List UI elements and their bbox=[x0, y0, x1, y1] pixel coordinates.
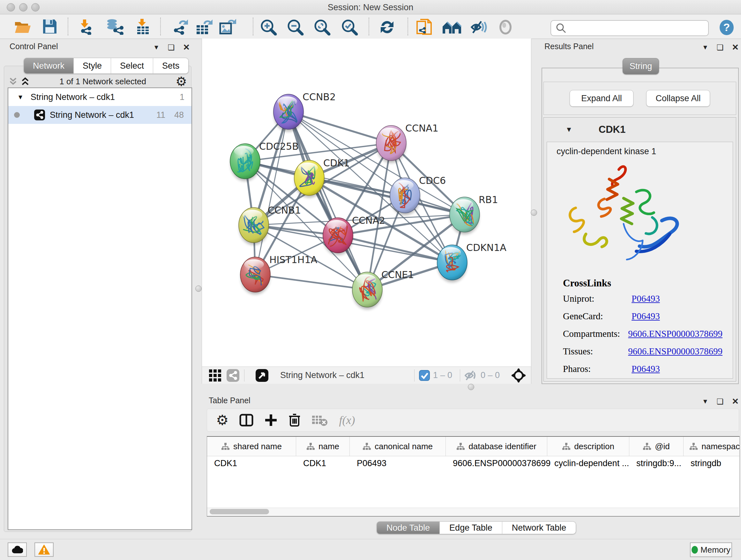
delete-column-trash-icon[interactable] bbox=[288, 413, 300, 427]
export-network-icon[interactable] bbox=[172, 19, 190, 35]
column-header-description[interactable]: description bbox=[547, 437, 629, 456]
cloud-button[interactable] bbox=[8, 543, 27, 557]
tab-network-table[interactable]: Network Table bbox=[502, 521, 576, 534]
tab-network[interactable]: Network bbox=[23, 58, 74, 74]
crosslink-link[interactable]: 9606.ENSP00000378699 bbox=[628, 328, 723, 339]
panel-float-icon[interactable]: ❏ bbox=[168, 43, 175, 52]
crosslink-link[interactable]: P06493 bbox=[631, 294, 660, 304]
tree-expand-icon[interactable]: ▼ bbox=[17, 94, 23, 101]
panel-close-icon[interactable]: ✕ bbox=[732, 43, 739, 52]
save-session-icon[interactable] bbox=[43, 19, 57, 34]
column-header-id[interactable]: @id bbox=[629, 437, 684, 456]
left-splitter-handle[interactable] bbox=[195, 286, 202, 292]
refresh-icon[interactable] bbox=[378, 19, 396, 36]
selected-checkbox-icon[interactable] bbox=[419, 370, 430, 381]
import-table-icon[interactable] bbox=[135, 19, 151, 35]
zoom-selected-icon[interactable] bbox=[341, 19, 358, 36]
open-session-icon[interactable] bbox=[14, 19, 31, 34]
table-cell[interactable]: stringdb:9... bbox=[629, 456, 684, 470]
zoom-in-icon[interactable] bbox=[260, 19, 277, 36]
tab-node-table[interactable]: Node Table bbox=[377, 521, 440, 534]
show-columns-icon[interactable] bbox=[239, 413, 253, 427]
show-eye-icon[interactable] bbox=[497, 19, 514, 36]
tab-string[interactable]: String bbox=[623, 58, 659, 74]
table-cell[interactable]: 9606.ENSP00000378699 bbox=[446, 456, 547, 470]
network-node-RB1[interactable]: RB1 bbox=[450, 194, 498, 234]
zoom-out-icon[interactable] bbox=[287, 19, 304, 36]
network-node-CCNA1[interactable]: CCNA1 bbox=[376, 123, 439, 163]
expand-all-button[interactable]: Expand All bbox=[569, 90, 633, 107]
network-edge-CCNA2-CDKN1A[interactable] bbox=[338, 235, 452, 262]
search-field[interactable] bbox=[550, 20, 709, 36]
grid-view-icon[interactable] bbox=[208, 369, 222, 382]
panel-collapse-icon[interactable]: ▼ bbox=[702, 398, 709, 405]
panel-close-icon[interactable]: ✕ bbox=[183, 43, 190, 52]
tab-edge-table[interactable]: Edge Table bbox=[440, 521, 502, 534]
crosslink-link[interactable]: P06493 bbox=[631, 364, 660, 374]
table-horizontal-scrollbar[interactable] bbox=[207, 508, 739, 515]
memory-button[interactable]: Memory bbox=[690, 543, 732, 557]
scrollbar-thumb[interactable] bbox=[210, 509, 269, 514]
birdseye-crosshair-icon[interactable] bbox=[511, 368, 526, 383]
crosslink-link[interactable]: 9606.ENSP00000378699 bbox=[628, 346, 723, 357]
home-networks-icon[interactable] bbox=[442, 19, 462, 35]
gene-result-header[interactable]: ▼ CDK1 bbox=[544, 118, 736, 142]
network-row[interactable]: String Network – cdk1 11 48 bbox=[8, 106, 192, 124]
import-database-icon[interactable] bbox=[105, 19, 124, 35]
search-input[interactable] bbox=[568, 23, 708, 34]
clone-network-icon[interactable] bbox=[416, 19, 432, 36]
network-edge-CCNB2-HIST1H1A[interactable] bbox=[255, 112, 288, 274]
collapse-all-button[interactable]: Collapse All bbox=[646, 90, 710, 107]
table-row[interactable]: CDK1CDK1P064939606.ENSP00000378699cyclin… bbox=[207, 456, 740, 470]
import-network-icon[interactable] bbox=[78, 19, 96, 35]
zoom-fit-icon[interactable] bbox=[314, 19, 331, 36]
network-collection-row[interactable]: ▼ String Network – cdk1 1 bbox=[8, 88, 192, 106]
section-collapse-icon[interactable]: ▼ bbox=[565, 125, 572, 134]
hide-unhide-icon[interactable] bbox=[470, 19, 488, 36]
network-node-CDC25B[interactable]: CDC25B bbox=[230, 141, 299, 181]
tab-select[interactable]: Select bbox=[111, 58, 153, 74]
table-options-gear-icon[interactable]: ⚙ bbox=[216, 413, 228, 427]
network-edge-CCNB2-CCNA1[interactable] bbox=[288, 112, 391, 143]
table-cell[interactable]: CDK1 bbox=[296, 456, 350, 470]
detach-view-icon[interactable] bbox=[255, 369, 269, 382]
create-column-plus-icon[interactable] bbox=[264, 414, 278, 427]
network-view-icon[interactable] bbox=[226, 369, 240, 382]
crosslink-link[interactable]: P06493 bbox=[631, 311, 660, 321]
right-splitter-handle[interactable] bbox=[531, 209, 537, 216]
collapse-all-icon[interactable] bbox=[8, 76, 18, 86]
network-node-HIST1H1A[interactable]: HIST1H1A bbox=[240, 254, 318, 294]
warnings-button[interactable] bbox=[35, 543, 54, 557]
table-cell[interactable]: CDK1 bbox=[207, 456, 296, 470]
network-node-CDKN1A[interactable]: CDKN1A bbox=[437, 242, 507, 282]
panel-float-icon[interactable]: ❏ bbox=[717, 397, 724, 406]
panel-float-icon[interactable]: ❏ bbox=[717, 43, 724, 52]
column-header-namespace[interactable]: namespace bbox=[684, 437, 740, 456]
tab-sets[interactable]: Sets bbox=[153, 58, 189, 74]
network-node-CCNE1[interactable]: CCNE1 bbox=[352, 269, 414, 309]
column-header-sharedname[interactable]: shared name bbox=[207, 437, 296, 456]
network-canvas[interactable]: CCNB2CCNA1CDC25BCDK1CDC6RB1CCNB1CCNA2CDK… bbox=[202, 39, 531, 367]
panel-collapse-icon[interactable]: ▼ bbox=[702, 44, 709, 51]
export-table-icon[interactable] bbox=[195, 19, 213, 35]
column-header-name[interactable]: name bbox=[296, 437, 350, 456]
table-cell[interactable]: stringdb bbox=[684, 456, 740, 470]
column-header-canonicalname[interactable]: canonical name bbox=[350, 437, 446, 456]
tab-style[interactable]: Style bbox=[74, 58, 111, 74]
expand-all-icon[interactable] bbox=[20, 76, 30, 86]
network-node-CCNB2[interactable]: CCNB2 bbox=[273, 91, 336, 132]
help-icon[interactable]: ? bbox=[719, 19, 734, 36]
delete-table-icon[interactable] bbox=[312, 414, 328, 427]
network-node-CDK1[interactable]: CDK1 bbox=[294, 158, 350, 198]
network-edge-HIST1H1A-CCNE1[interactable] bbox=[255, 274, 367, 290]
table-cell[interactable]: cyclin-dependent ... bbox=[547, 456, 629, 470]
function-builder-icon[interactable]: f(x) bbox=[339, 414, 355, 427]
export-image-icon[interactable] bbox=[219, 19, 237, 35]
hidden-eye-icon[interactable] bbox=[465, 370, 477, 381]
horizontal-splitter-handle[interactable] bbox=[468, 384, 474, 390]
network-options-gear-icon[interactable]: ⚙ bbox=[176, 77, 187, 86]
network-node-CCNB1[interactable]: CCNB1 bbox=[239, 205, 301, 245]
table-cell[interactable]: P06493 bbox=[350, 456, 446, 470]
column-header-databaseidentifier[interactable]: database identifier bbox=[446, 437, 547, 456]
panel-collapse-icon[interactable]: ▼ bbox=[153, 44, 159, 51]
